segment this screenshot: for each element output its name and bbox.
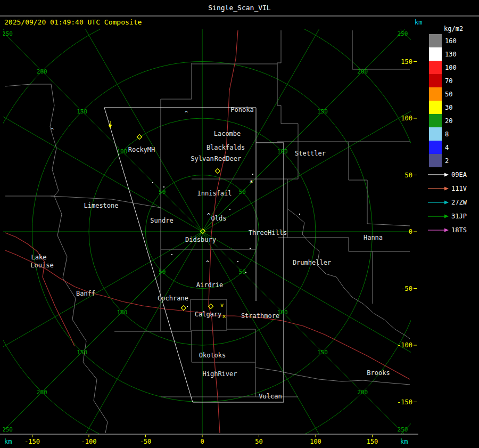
track-legend-id: 18TS [451, 226, 467, 234]
range-label: 150 [77, 108, 87, 115]
colorbar-swatch-50 [429, 87, 442, 101]
colorbar-swatch-100 [429, 61, 442, 74]
colorbar-value-label: 2 [445, 157, 449, 165]
point-marker [163, 186, 164, 188]
city-label-sylvan: Sylvan [191, 155, 213, 162]
colorbar-value-label: 8 [445, 131, 449, 138]
range-label: 250 [398, 30, 408, 37]
city-label-louise: Louise [30, 262, 53, 269]
point-marker [252, 174, 253, 175]
x-axis-tick-label: -100 [81, 438, 97, 445]
range-label: 50 [239, 268, 246, 275]
city-label-highriver: HighRiver [202, 370, 237, 378]
bottom-right-unit: km [400, 438, 408, 445]
y-axis-tick-label: -100 [397, 341, 412, 349]
colorbar-value-label: 4 [445, 144, 449, 151]
x-axis-tick-label: 50 [255, 438, 262, 445]
point-marker [299, 214, 300, 215]
window-title: Single_Scan_VIL [208, 4, 271, 12]
range-label: 100 [117, 309, 127, 316]
range-label: 200 [37, 389, 47, 396]
colorbar-swatch-20 [429, 114, 442, 127]
point-marker [250, 248, 251, 249]
range-label: 250 [2, 30, 13, 37]
city-label-sundre: Sundre [150, 217, 173, 224]
timestamp-label: 2025/09/20 01:49:40 UTC Composite [4, 18, 142, 26]
x-axis-tick-label: 0 [200, 438, 204, 445]
colorbar-value-label: 70 [445, 77, 452, 85]
colorbar-swatch-160 [429, 34, 442, 47]
range-label: 250 [2, 426, 13, 433]
city-label-threehills: ThreeHills [249, 229, 287, 237]
city-label-strathmore: Strathmore [241, 312, 279, 320]
city-label-okotoks: Okotoks [199, 352, 226, 359]
track-legend-id: 09EA [451, 171, 467, 178]
y-axis-tick-label: 50 [405, 172, 412, 179]
point-marker [187, 306, 188, 307]
city-label-hanna: Hanna [364, 234, 383, 241]
caret-marker: ^ [206, 259, 210, 266]
x-axis-tick-label: -150 [24, 438, 40, 445]
range-label: 200 [357, 389, 368, 396]
x-axis-tick-label: 150 [367, 438, 378, 445]
colorbar-swatch-130 [429, 47, 442, 61]
point-marker [245, 272, 246, 273]
colorbar-swatch-70 [429, 74, 442, 87]
city-label-drumheller: Drumheller [293, 259, 331, 266]
caret-marker: ^ [207, 212, 211, 219]
track-legend-id: 111V [451, 185, 467, 192]
track-legend-id: 27ZW [451, 199, 467, 206]
x-axis-tick-label: 100 [310, 438, 321, 445]
city-label-banff: Banff [76, 290, 95, 297]
star-marker: * [249, 179, 253, 186]
range-label: 150 [317, 108, 328, 115]
colorbar-value-label: 130 [445, 51, 457, 58]
city-label-lake: Lake [31, 254, 47, 261]
colorbar-value-label: 160 [445, 37, 457, 45]
range-label: 150 [77, 349, 87, 356]
city-label-ponoka: Ponoka [230, 106, 253, 113]
colorbar-value-label: 100 [445, 64, 457, 71]
bottom-left-unit: km [4, 438, 12, 445]
range-label: 150 [317, 349, 328, 356]
city-label-reddeer: RedDeer [214, 155, 242, 162]
radar-display: Single_Scan_VIL 2025/09/20 01:49:40 UTC … [0, 0, 479, 448]
city-label-blackfalds: Blackfalds [207, 144, 245, 151]
y-axis-tick-label: -50 [401, 285, 412, 292]
city-label-lacombe: Lacombe [214, 130, 241, 137]
colorbar-value-label: 30 [445, 104, 452, 111]
city-label-innisfail: Innisfail [197, 190, 232, 197]
y-axis-tick-label: 150 [401, 58, 412, 66]
caret-marker: ^ [185, 110, 188, 117]
glyph-marker: x [222, 313, 226, 320]
city-label-brooks: Brooks [367, 369, 390, 377]
colorbar-swatch-2 [429, 154, 442, 167]
colorbar-swatch-8 [429, 127, 442, 141]
range-label: 200 [37, 68, 47, 75]
city-label-cochrane: Cochrane [158, 295, 188, 302]
background [0, 0, 479, 448]
range-label: 200 [357, 68, 368, 75]
y-axis-tick-label: -150 [397, 398, 412, 406]
point-marker [229, 209, 230, 210]
city-label-rockymh: RockyMH [128, 146, 155, 153]
city-label-calgary: Calgary [195, 311, 222, 318]
y-axis-tick-label: 100 [401, 115, 412, 122]
colorbar-value-label: 20 [445, 117, 452, 125]
city-label-olds: Olds [211, 215, 227, 222]
city-label-airdrie: Airdrie [196, 281, 224, 289]
colorbar-unit: kg/m2 [444, 25, 463, 32]
range-label: 50 [159, 268, 166, 275]
city-label-limestone: Limestone [84, 202, 118, 209]
caret-marker: ^ [51, 127, 54, 134]
track-legend-id: 31JP [451, 213, 467, 220]
point-marker [237, 261, 238, 262]
glyph-marker: v [220, 302, 224, 308]
range-label: 250 [398, 426, 408, 433]
point-marker [171, 254, 172, 255]
colorbar-value-label: 50 [445, 91, 452, 98]
right-axis-unit: km [415, 19, 422, 26]
city-label-vulcan: Vulcan [259, 393, 282, 400]
x-axis-tick-label: -50 [140, 438, 152, 445]
range-label: 50 [239, 189, 246, 196]
